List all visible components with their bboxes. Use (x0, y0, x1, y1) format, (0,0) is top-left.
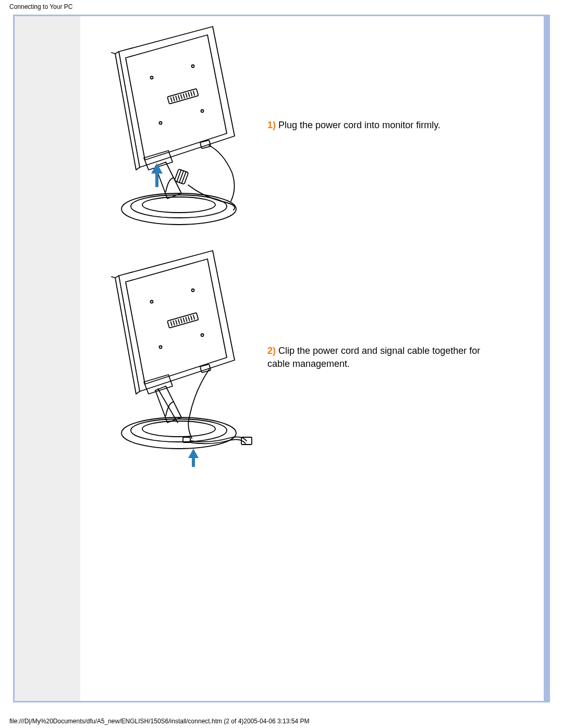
svg-line-29 (173, 321, 174, 325)
svg-line-36 (191, 316, 192, 320)
svg-point-16 (121, 193, 236, 225)
step-1-text: 1) Plug the power cord into monitor firm… (257, 119, 440, 132)
svg-line-11 (186, 93, 187, 97)
arrow-up-icon (188, 449, 199, 467)
svg-line-28 (171, 322, 172, 326)
step-1-row: 1) Plug the power cord into monitor firm… (90, 21, 481, 230)
svg-point-24 (192, 289, 194, 292)
content-area: 1) Plug the power cord into monitor firm… (90, 21, 481, 485)
svg-line-7 (176, 96, 177, 100)
page-footer-path: file:///D|/My%20Documents/dfu/A5_new/ENG… (9, 718, 309, 725)
svg-line-34 (186, 317, 187, 322)
step-2-text: 2) Clip the power cord and signal cable … (257, 344, 481, 371)
svg-point-1 (192, 65, 194, 68)
svg-line-13 (191, 92, 192, 96)
step-2-label: Clip the power cord and signal cable tog… (267, 346, 480, 369)
svg-line-5 (171, 97, 172, 102)
svg-line-9 (181, 95, 182, 99)
svg-line-35 (188, 317, 189, 321)
svg-point-39 (121, 417, 236, 449)
svg-line-12 (188, 93, 189, 97)
left-sidebar-bg (15, 16, 80, 701)
step-2-row: 2) Clip the power cord and signal cable … (90, 245, 481, 470)
svg-line-32 (181, 319, 182, 323)
svg-point-41 (142, 421, 215, 437)
svg-line-37 (193, 315, 194, 319)
svg-point-18 (142, 197, 215, 213)
step-1-number: 1) (267, 120, 276, 130)
svg-line-6 (173, 97, 174, 101)
page-header-title: Connecting to Your PC (9, 3, 72, 10)
svg-line-14 (193, 91, 194, 95)
svg-point-23 (151, 301, 153, 303)
step-1-label: Plug the power cord into monitor firmly. (276, 120, 440, 130)
content-frame: 1) Plug the power cord into monitor firm… (13, 15, 550, 702)
svg-point-3 (201, 110, 204, 113)
svg-line-33 (183, 318, 185, 322)
svg-line-10 (183, 94, 185, 98)
svg-point-0 (151, 77, 153, 79)
svg-line-31 (178, 319, 179, 324)
svg-point-2 (160, 122, 162, 125)
svg-point-25 (160, 346, 162, 349)
svg-point-26 (201, 334, 204, 337)
step-1-illustration (90, 21, 257, 230)
svg-point-40 (131, 419, 227, 442)
svg-line-8 (178, 95, 179, 100)
step-2-illustration (90, 245, 257, 470)
arrow-up-icon (151, 163, 163, 187)
svg-line-30 (176, 320, 177, 324)
step-2-number: 2) (267, 346, 276, 356)
